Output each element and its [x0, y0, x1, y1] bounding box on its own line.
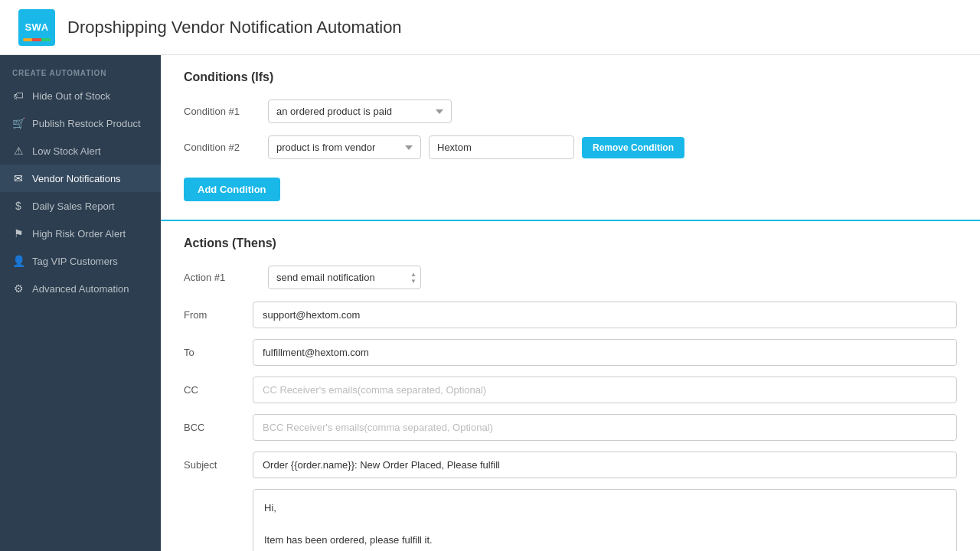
- gear-icon: ⚙: [12, 282, 24, 295]
- actions-title: Actions (Thens): [184, 236, 957, 250]
- sidebar-item-publish-restock[interactable]: 🛒 Publish Restock Product: [0, 109, 161, 137]
- action-1-row: Action #1 send email notification add or…: [184, 266, 957, 289]
- sidebar-label-publish: Publish Restock Product: [32, 118, 141, 129]
- sidebar: CREATE AUTOMATION 🏷 Hide Out of Stock 🛒 …: [0, 55, 161, 551]
- cc-input[interactable]: [253, 377, 957, 403]
- person-icon: 👤: [12, 255, 24, 267]
- sidebar-section-label: CREATE AUTOMATION: [0, 61, 161, 82]
- header: SWA Dropshipping Vendor Notification Aut…: [0, 0, 980, 55]
- condition-1-label: Condition #1: [184, 106, 260, 117]
- add-condition-button[interactable]: Add Condition: [184, 178, 280, 201]
- sidebar-label-daily: Daily Sales Report: [32, 201, 115, 212]
- sidebar-label-advanced: Advanced Automation: [32, 283, 129, 295]
- subject-label: Subject: [184, 459, 245, 471]
- action-1-select-wrap: send email notification add order tag ad…: [268, 266, 421, 289]
- sidebar-label-vip: Tag VIP Customers: [32, 256, 118, 267]
- dollar-icon: $: [12, 200, 24, 212]
- logo: SWA: [18, 9, 55, 46]
- sidebar-label-low-stock: Low Stock Alert: [32, 145, 101, 157]
- remove-condition-button[interactable]: Remove Condition: [582, 137, 684, 158]
- sidebar-label-vendor: Vendor Notifications: [32, 173, 121, 184]
- bcc-input[interactable]: [253, 414, 957, 441]
- conditions-section: Conditions (Ifs) Condition #1 an ordered…: [161, 55, 980, 221]
- conditions-title: Conditions (Ifs): [184, 70, 957, 84]
- subject-input-wrap: [253, 452, 957, 478]
- email-body[interactable]: Hi, Item has been ordered, please fulfil…: [253, 489, 957, 551]
- actions-section: Actions (Thens) Action #1 send email not…: [161, 221, 980, 551]
- page-title: Dropshipping Vendor Notification Automat…: [67, 18, 402, 37]
- sidebar-item-vendor-notifications[interactable]: ✉ Vendor Notifications: [0, 165, 161, 192]
- from-input[interactable]: [253, 302, 957, 328]
- tag-icon: 🏷: [12, 90, 24, 102]
- to-input[interactable]: [253, 339, 957, 366]
- sidebar-item-advanced[interactable]: ⚙ Advanced Automation: [0, 275, 161, 302]
- condition-2-text-input[interactable]: [429, 135, 574, 159]
- bcc-label: BCC: [184, 422, 245, 433]
- to-label: To: [184, 347, 245, 358]
- subject-input[interactable]: [253, 452, 957, 478]
- bcc-row: BCC: [184, 414, 957, 441]
- main-content: Conditions (Ifs) Condition #1 an ordered…: [161, 55, 980, 551]
- bcc-input-wrap: [253, 414, 957, 441]
- from-input-wrap: [253, 302, 957, 328]
- sidebar-item-low-stock[interactable]: ⚠ Low Stock Alert: [0, 137, 161, 165]
- to-input-wrap: [253, 339, 957, 366]
- sidebar-label-hide: Hide Out of Stock: [32, 90, 110, 102]
- layout: CREATE AUTOMATION 🏷 Hide Out of Stock 🛒 …: [0, 55, 980, 551]
- sidebar-item-high-risk[interactable]: ⚑ High Risk Order Alert: [0, 220, 161, 247]
- cc-input-wrap: [253, 377, 957, 403]
- body-line-2: Item has been ordered, please fulfill it…: [264, 533, 946, 549]
- email-icon: ✉: [12, 172, 24, 184]
- flag-icon: ⚑: [12, 227, 24, 240]
- action-1-label: Action #1: [184, 272, 260, 283]
- action-1-select[interactable]: send email notification add order tag ad…: [268, 266, 421, 289]
- body-line-1: Hi,: [264, 500, 946, 517]
- to-row: To: [184, 339, 957, 366]
- cart-icon: 🛒: [12, 117, 24, 129]
- cc-row: CC: [184, 377, 957, 403]
- condition-2-row: Condition #2 product is from vendor prod…: [184, 135, 957, 159]
- sidebar-label-high-risk: High Risk Order Alert: [32, 228, 126, 240]
- sidebar-item-tag-vip[interactable]: 👤 Tag VIP Customers: [0, 247, 161, 275]
- condition-1-select[interactable]: an ordered product is paid an ordered pr…: [268, 99, 452, 123]
- condition-2-select[interactable]: product is from vendor product tag conta…: [268, 135, 421, 159]
- warning-icon: ⚠: [12, 145, 24, 157]
- sidebar-item-hide-out-of-stock[interactable]: 🏷 Hide Out of Stock: [0, 82, 161, 109]
- from-row: From: [184, 302, 957, 328]
- content-area: Conditions (Ifs) Condition #1 an ordered…: [161, 55, 980, 551]
- cc-label: CC: [184, 384, 245, 396]
- logo-text: SWA: [24, 22, 48, 32]
- sidebar-item-daily-sales[interactable]: $ Daily Sales Report: [0, 192, 161, 220]
- subject-row: Subject: [184, 452, 957, 478]
- from-label: From: [184, 309, 245, 321]
- logo-bar: [23, 38, 51, 41]
- condition-2-label: Condition #2: [184, 142, 260, 153]
- condition-1-row: Condition #1 an ordered product is paid …: [184, 99, 957, 123]
